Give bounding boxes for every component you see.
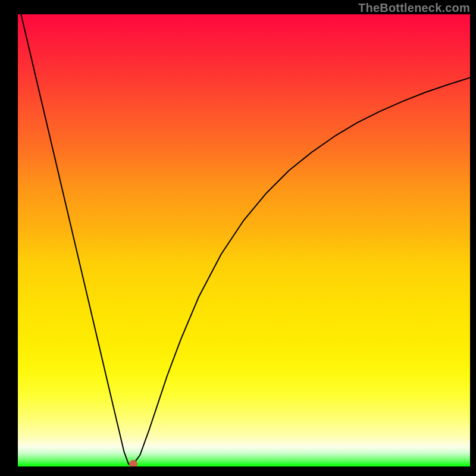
watermark-text: TheBottleneck.com bbox=[358, 1, 470, 15]
bottleneck-curve bbox=[18, 14, 470, 464]
chart-frame: TheBottleneck.com bbox=[0, 0, 476, 476]
curve-layer bbox=[18, 14, 470, 466]
plot-area bbox=[18, 14, 470, 466]
minimum-marker bbox=[129, 460, 137, 466]
